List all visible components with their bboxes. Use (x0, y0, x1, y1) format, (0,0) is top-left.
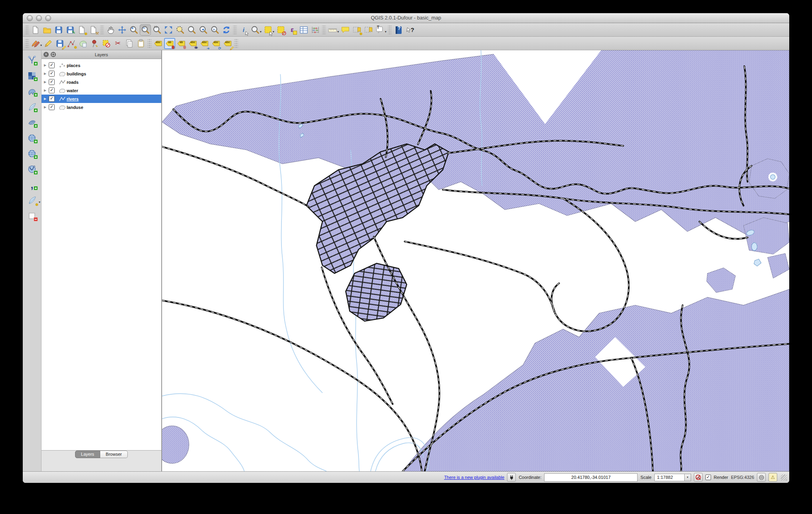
panel-float-button[interactable] (51, 52, 56, 57)
paste-features-button[interactable] (135, 38, 147, 49)
zoom-to-selection-button[interactable] (174, 24, 186, 36)
move-label-button[interactable]: abc➜ (199, 38, 210, 49)
select-by-expression-button[interactable]: ε (287, 24, 298, 36)
new-shapefile-layer-button[interactable]: ✱▾ (26, 194, 38, 206)
layer-checkbox[interactable]: ✓ (49, 96, 55, 102)
zoom-full-button[interactable] (163, 24, 174, 36)
layer-row-water[interactable]: ▶ ✓ water (42, 86, 161, 95)
expand-triangle-icon[interactable]: ▶ (44, 97, 49, 101)
toolbar-grip[interactable] (388, 26, 392, 34)
close-window-button[interactable] (27, 15, 33, 21)
add-wfs-layer-button[interactable] (26, 163, 38, 175)
deselect-all-button[interactable]: ∅ (275, 24, 286, 36)
help-contents-button[interactable]: ? (393, 24, 404, 36)
add-mssql-layer-button[interactable] (26, 117, 38, 128)
layer-row-roads[interactable]: ▶ ✓ roads (42, 78, 161, 86)
layer-name[interactable]: buildings (67, 71, 86, 76)
copy-features-button[interactable] (124, 38, 135, 49)
layer-checkbox[interactable]: ✓ (49, 87, 55, 93)
pin-unpin-labels-button[interactable]: ab (164, 38, 175, 49)
add-postgis-layer-button[interactable] (26, 85, 38, 97)
layer-row-rivers[interactable]: ▶ ✓ rivers (42, 95, 161, 103)
panel-close-button[interactable]: × (44, 52, 49, 57)
toolbar-grip[interactable] (25, 26, 29, 34)
zoom-in-button[interactable]: + (128, 24, 139, 36)
expand-triangle-icon[interactable]: ▶ (44, 63, 49, 67)
toolbar-grip[interactable] (322, 26, 326, 34)
add-vector-layer-button[interactable] (26, 54, 38, 66)
stop-render-button[interactable] (694, 473, 703, 482)
add-part-button[interactable] (77, 38, 89, 49)
add-raster-layer-button[interactable] (26, 70, 38, 82)
expand-triangle-icon[interactable]: ▶ (44, 89, 49, 92)
expand-triangle-icon[interactable]: ▶ (44, 80, 49, 84)
pan-map-button[interactable] (105, 24, 116, 36)
zoom-native-button[interactable]: 1:1 (151, 24, 162, 36)
zoom-out-button[interactable]: − (140, 24, 151, 36)
tab-browser[interactable]: Browser (100, 451, 128, 458)
field-calculator-button[interactable] (310, 24, 321, 36)
delete-selected-button[interactable] (101, 38, 112, 49)
pan-to-selection-button[interactable] (117, 24, 128, 36)
new-plugin-link[interactable]: There is a new plugin available (444, 475, 504, 480)
show-bookmarks-button[interactable] (363, 24, 374, 36)
show-hide-labels-button[interactable]: abc👁 (187, 38, 198, 49)
layer-name[interactable]: rivers (67, 97, 79, 101)
minimize-window-button[interactable] (36, 15, 42, 21)
open-project-button[interactable] (42, 24, 53, 36)
messages-button[interactable]: ⚠ (768, 473, 777, 482)
layer-row-places[interactable]: ▶ ✓ places (42, 61, 161, 69)
toolbar-grip[interactable] (148, 39, 151, 48)
current-edits-button[interactable] (30, 38, 41, 49)
expand-triangle-icon[interactable]: ▶ (44, 105, 49, 109)
change-label-properties-button[interactable]: abc (222, 38, 233, 49)
text-annotation-button[interactable]: T (374, 24, 386, 36)
titlebar[interactable]: QGIS 2.0.1-Dufour - basic_map (23, 13, 789, 23)
crs-selector-button[interactable] (757, 473, 766, 482)
cut-features-button[interactable]: ✂ (112, 38, 123, 49)
layer-row-landuse[interactable]: ▶ ✓ landuse (42, 103, 161, 111)
whats-this-button[interactable]: ? (404, 24, 416, 36)
dropdown-arrow-icon[interactable]: ▾ (39, 200, 40, 204)
layer-name[interactable]: landuse (67, 105, 83, 110)
new-bookmark-button[interactable]: ✱ (351, 24, 362, 36)
layer-row-buildings[interactable]: ▶ ✓ buildings (42, 69, 161, 78)
toolbar-grip[interactable] (25, 39, 29, 48)
layer-checkbox[interactable]: ✓ (49, 62, 55, 68)
refresh-button[interactable] (221, 24, 232, 36)
labeling-button[interactable]: abc (152, 38, 164, 49)
layers-panel-header[interactable]: × Layers (42, 50, 161, 59)
zoom-last-button[interactable]: ◀ (198, 24, 209, 36)
save-project-as-button[interactable]: ✎ (65, 24, 76, 36)
map-canvas[interactable] (162, 50, 789, 471)
map-tips-button[interactable] (340, 24, 351, 36)
tab-layers[interactable]: Layers (75, 451, 100, 458)
new-project-button[interactable] (30, 24, 41, 36)
select-features-button[interactable] (262, 24, 273, 36)
measure-button[interactable] (327, 24, 338, 36)
new-print-composer-button[interactable]: ✱ (76, 24, 87, 36)
add-wms-layer-button[interactable] (26, 148, 38, 160)
remove-layer-button[interactable] (26, 210, 38, 222)
layer-name[interactable]: places (67, 63, 80, 68)
run-feature-action-button[interactable] (250, 24, 261, 36)
toolbar-grip[interactable] (100, 26, 104, 34)
scale-dropdown-button[interactable]: ▾ (684, 474, 691, 481)
open-attribute-table-button[interactable] (298, 24, 309, 36)
toolbar-grip[interactable] (233, 26, 237, 34)
highlight-pinned-labels-button[interactable]: ab (176, 38, 187, 49)
plugin-manager-button[interactable] (507, 473, 516, 482)
zoom-next-button[interactable]: ▶ (209, 24, 220, 36)
add-spatialite-layer-button[interactable] (26, 101, 38, 113)
window-resize-grip[interactable] (781, 474, 787, 480)
layer-checkbox[interactable]: ✓ (49, 71, 55, 77)
layer-name[interactable]: roads (67, 80, 79, 85)
add-oracle-layer-button[interactable] (26, 132, 38, 144)
zoom-to-layer-button[interactable] (186, 24, 197, 36)
coordinate-input[interactable] (544, 473, 638, 482)
layer-checkbox[interactable]: ✓ (49, 104, 55, 110)
add-feature-button[interactable]: ✱ (66, 38, 77, 49)
layer-checkbox[interactable]: ✓ (49, 79, 55, 85)
expand-triangle-icon[interactable]: ▶ (44, 72, 49, 75)
scale-combo[interactable]: 1:17882 ▾ (654, 474, 691, 481)
